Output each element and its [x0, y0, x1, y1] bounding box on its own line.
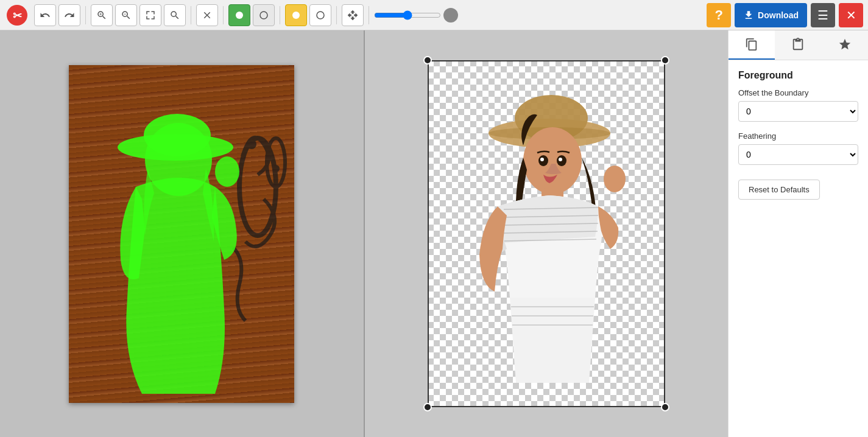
download-label: Download [758, 10, 799, 20]
tab-copy[interactable] [729, 30, 775, 60]
handle-top-right[interactable] [661, 56, 669, 65]
left-panel [0, 30, 365, 437]
menu-icon: ☰ [817, 8, 828, 23]
feathering-label: Feathering [738, 131, 858, 141]
svg-point-2 [236, 12, 243, 19]
toolbar: ✂ [0, 0, 868, 30]
svg-point-13 [215, 156, 239, 187]
svg-point-3 [260, 12, 267, 19]
separator-2 [191, 6, 191, 24]
svg-point-30 [540, 158, 544, 161]
offset-select[interactable]: 0 1 2 3 5 10 [738, 101, 858, 122]
separator-4 [280, 6, 280, 24]
cutout-person [449, 66, 644, 407]
svg-text:✂: ✂ [13, 9, 23, 21]
tab-paste[interactable] [775, 30, 821, 60]
foreground-brush-button[interactable] [228, 4, 250, 26]
separator-5 [336, 6, 337, 24]
help-button[interactable]: ? [707, 3, 731, 27]
svg-point-12 [144, 114, 211, 156]
handle-top-left[interactable] [423, 56, 432, 65]
svg-point-17 [523, 127, 582, 194]
green-mask-overlay [69, 65, 294, 403]
canvas-area [0, 30, 728, 437]
brush-size-slider[interactable] [374, 10, 441, 20]
download-icon [743, 10, 754, 21]
add-brush-button[interactable] [285, 4, 307, 26]
separator-1 [85, 6, 86, 24]
menu-button[interactable]: ☰ [811, 3, 835, 27]
right-panel [365, 30, 729, 437]
svg-point-5 [317, 12, 324, 19]
copy-icon [745, 38, 758, 51]
feathering-select[interactable]: 0 1 2 3 5 10 [738, 144, 858, 165]
zoom-reset-button[interactable] [164, 4, 186, 26]
main-area: Foreground Offset the Boundary 0 1 2 3 5… [0, 30, 868, 437]
original-image-container[interactable] [69, 65, 294, 403]
section-title: Foreground [738, 70, 858, 81]
svg-point-24 [604, 166, 626, 192]
remove-brush-button[interactable] [309, 4, 331, 26]
star-icon [838, 38, 852, 51]
brush-size-slider-container [374, 8, 458, 23]
handle-bottom-right[interactable] [661, 403, 669, 411]
svg-point-31 [559, 158, 562, 161]
move-button[interactable] [342, 4, 364, 26]
download-button[interactable]: Download [735, 3, 807, 27]
reset-label: Reset to Defaults [749, 185, 810, 194]
logo-button[interactable]: ✂ [5, 3, 29, 27]
top-right-buttons: ? Download ☰ ✕ [707, 3, 863, 27]
offset-label: Offset the Boundary [738, 88, 858, 97]
close-icon: ✕ [846, 8, 856, 23]
zoom-fit-button[interactable] [139, 4, 161, 26]
tab-star[interactable] [822, 30, 868, 60]
handle-bottom-left[interactable] [423, 403, 432, 411]
undo-button[interactable] [34, 4, 56, 26]
sidebar-content: Foreground Offset the Boundary 0 1 2 3 5… [729, 60, 868, 209]
brush-size-preview [443, 8, 458, 23]
svg-point-4 [292, 12, 300, 19]
cutout-preview-container[interactable] [428, 60, 665, 407]
zoom-out-button[interactable] [115, 4, 137, 26]
reset-defaults-button[interactable]: Reset to Defaults [738, 180, 820, 200]
separator-6 [369, 6, 369, 24]
paste-icon [791, 38, 805, 51]
separator-3 [223, 6, 224, 24]
erase-brush-button[interactable] [253, 4, 275, 26]
sidebar: Foreground Offset the Boundary 0 1 2 3 5… [728, 30, 868, 437]
sidebar-tabs [729, 30, 868, 60]
redo-button[interactable] [58, 4, 80, 26]
close-button[interactable]: ✕ [839, 3, 863, 27]
help-icon: ? [715, 7, 722, 23]
cancel-button[interactable] [196, 4, 218, 26]
zoom-in-button[interactable] [91, 4, 113, 26]
